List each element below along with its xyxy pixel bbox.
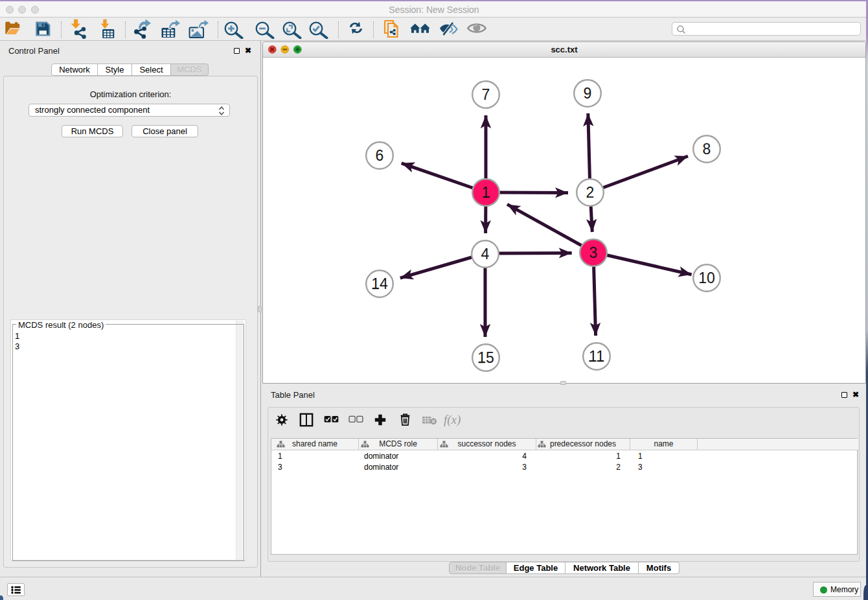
svg-text:14: 14 <box>371 275 388 292</box>
svg-text:3: 3 <box>589 244 598 261</box>
svg-text:15: 15 <box>477 349 494 366</box>
svg-text:1: 1 <box>482 184 490 201</box>
svg-text:6: 6 <box>376 147 384 164</box>
svg-text:8: 8 <box>703 141 711 157</box>
svg-text:7: 7 <box>482 86 490 103</box>
svg-text:2: 2 <box>586 184 595 201</box>
svg-text:11: 11 <box>589 348 604 365</box>
svg-text:4: 4 <box>481 246 490 262</box>
svg-text:10: 10 <box>698 270 715 286</box>
svg-text:9: 9 <box>584 85 592 102</box>
